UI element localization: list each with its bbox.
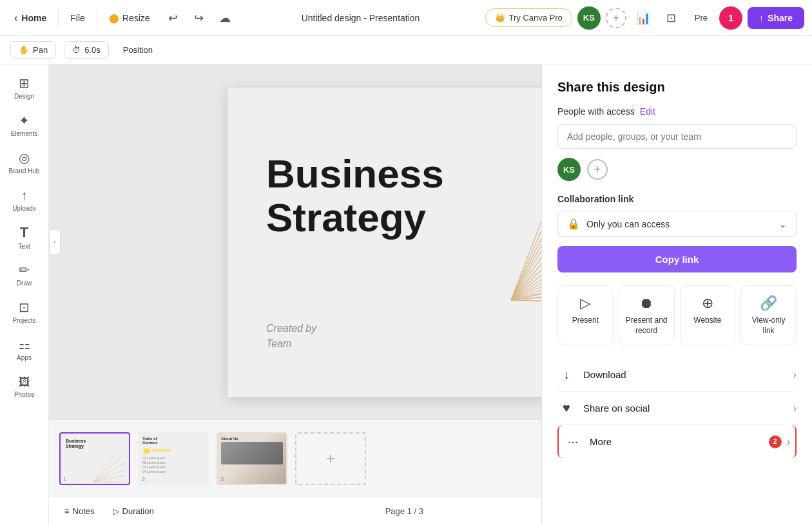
present-record-action-button[interactable]: ⏺ Present and record <box>619 285 675 345</box>
present-record-label: Present and record <box>624 316 669 336</box>
more-list-item[interactable]: ··· More 2 › <box>557 425 797 458</box>
top-bar: ‹ Home File ⬤ Resize ↩ ↪ ☁ Untitled desi… <box>0 0 812 36</box>
sidebar-item-brand-hub[interactable]: ◎ Brand Hub <box>2 144 47 180</box>
notes-icon: ≡ <box>64 506 70 516</box>
present-action-button[interactable]: ▷ Present <box>557 285 614 345</box>
sidebar-item-uploads[interactable]: ↑ Uploads <box>2 182 47 218</box>
slide-title-line1: Business <box>266 152 444 196</box>
analytics-button[interactable]: 📊 <box>632 6 655 30</box>
more-badge: 2 <box>769 435 782 448</box>
user-avatar[interactable]: KS <box>577 6 601 30</box>
crown-icon: 👑 <box>495 13 505 23</box>
thumbnail-1[interactable]: BusinessStrategy 1 <box>59 432 130 485</box>
lock-icon: 🔒 <box>567 218 580 230</box>
projects-icon: ⊡ <box>19 300 30 315</box>
time-label: 6.0s <box>84 45 101 55</box>
copy-link-button[interactable]: Copy link <box>557 246 797 272</box>
slide-title: Business Strategy <box>266 152 444 240</box>
file-button[interactable]: File <box>64 9 92 27</box>
resize-icon: ⬤ <box>109 13 119 23</box>
people-access-row: People with access Edit <box>557 106 797 117</box>
thumb-2-title: Table ofContent <box>142 437 204 444</box>
position-button[interactable]: Position <box>117 42 159 58</box>
sidebar-draw-label: Draw <box>17 280 32 287</box>
topbar-icons: ↩ ↪ ☁ <box>162 6 237 30</box>
sidebar-item-elements[interactable]: ✦ Elements <box>2 107 47 143</box>
more-label: More <box>590 436 612 447</box>
sidebar-item-design[interactable]: ⊞ Design <box>2 70 47 106</box>
redo-button[interactable]: ↪ <box>188 6 211 30</box>
resize-label: Resize <box>122 13 150 23</box>
pan-button[interactable]: ✋ Pan <box>10 41 56 59</box>
chevron-left-icon: ‹ <box>14 12 17 24</box>
present-action-label: Present <box>572 316 599 326</box>
sidebar-item-photos[interactable]: 🖼 Photos <box>2 368 47 405</box>
view-only-link-icon: 🔗 <box>760 295 777 312</box>
collab-option-text: Only you can access <box>586 219 670 229</box>
thumbnail-2[interactable]: Table ofContent 🌟 01 Lorem ipsum02 Lorem… <box>138 432 209 485</box>
sidebar-item-text[interactable]: T Text <box>2 219 47 255</box>
svg-line-19 <box>93 456 122 482</box>
present-button[interactable]: Pre <box>688 9 714 26</box>
view-only-link-button[interactable]: 🔗 View-only link <box>740 285 797 345</box>
sidebar-brand-hub-label: Brand Hub <box>9 167 40 175</box>
uploads-icon: ↑ <box>21 188 28 203</box>
thumbnail-3[interactable]: About Us 3 <box>217 432 287 485</box>
people-input[interactable] <box>557 124 797 149</box>
present-record-icon: ⏺ <box>639 295 653 312</box>
avatar-row: KS + <box>557 158 797 181</box>
sidebar-item-apps[interactable]: ⚏ Apps <box>2 331 47 367</box>
notification-button[interactable]: 1 <box>719 6 742 30</box>
notes-label: Notes <box>73 506 95 516</box>
website-label: Website <box>693 316 721 326</box>
download-icon: ↓ <box>557 367 575 382</box>
svg-line-21 <box>93 469 126 482</box>
website-icon: ⊕ <box>702 295 713 312</box>
topbar-divider-2 <box>97 9 97 27</box>
slide-credit-line1: Created by <box>266 321 316 336</box>
collapse-panel-button[interactable]: ‹ <box>49 229 61 255</box>
canvas-area: Business Strategy Created by Team ‹ Busi… <box>49 64 812 525</box>
share-actions: ▷ Present ⏺ Present and record ⊕ Website… <box>557 285 797 345</box>
thumb-1-title: BusinessStrategy <box>61 434 91 455</box>
website-action-button[interactable]: ⊕ Website <box>680 285 736 345</box>
elements-icon: ✦ <box>19 113 30 128</box>
sidebar-apps-label: Apps <box>17 354 32 361</box>
download-label: Download <box>583 369 626 380</box>
slide-credit-line2: Team <box>266 336 316 352</box>
home-label: Home <box>21 13 46 23</box>
svg-line-20 <box>93 463 126 482</box>
main-layout: ⊞ Design ✦ Elements ◎ Brand Hub ↑ Upload… <box>0 64 812 525</box>
duration-icon: ▷ <box>113 506 119 516</box>
home-button[interactable]: ‹ Home <box>8 8 53 28</box>
preview-button[interactable]: ⊡ <box>660 6 683 30</box>
text-icon: T <box>20 224 28 241</box>
people-label: People with access <box>557 106 635 117</box>
present-action-icon: ▷ <box>580 295 591 312</box>
secondary-bar: ✋ Pan ⏱ 6.0s Position <box>0 36 812 64</box>
design-icon: ⊞ <box>19 75 30 91</box>
add-collaborator-button[interactable]: + <box>606 8 626 28</box>
resize-button[interactable]: ⬤ Resize <box>102 9 157 27</box>
notes-button[interactable]: ≡ Notes <box>59 504 100 519</box>
duration-button[interactable]: ▷ Duration <box>108 504 159 519</box>
try-pro-button[interactable]: 👑 Try Canva Pro <box>485 8 572 27</box>
time-button[interactable]: ⏱ 6.0s <box>64 41 109 59</box>
share-button[interactable]: ↑ Share <box>748 7 804 29</box>
undo-button[interactable]: ↩ <box>162 6 185 30</box>
edit-link[interactable]: Edit <box>640 106 655 117</box>
sidebar-item-draw[interactable]: ✏ Draw <box>2 256 47 292</box>
share-social-list-item[interactable]: ♥ Share on social › <box>557 392 797 425</box>
add-people-button[interactable]: + <box>587 159 608 180</box>
topbar-left: ‹ Home File ⬤ Resize ↩ ↪ ☁ <box>8 6 237 30</box>
thumb-3-title: About Us <box>221 437 283 441</box>
thumb-2-number: 2 <box>142 476 145 482</box>
save-cloud-button[interactable]: ☁ <box>213 6 237 30</box>
collab-dropdown[interactable]: 🔒 Only you can access ⌄ <box>557 211 797 237</box>
sidebar-item-projects[interactable]: ⊡ Projects <box>2 294 47 330</box>
add-slide-button[interactable]: + <box>295 432 366 485</box>
download-list-item[interactable]: ↓ Download › <box>557 358 797 392</box>
sidebar-text-label: Text <box>18 243 30 250</box>
download-list-left: ↓ Download <box>557 367 626 382</box>
bottom-left: ≡ Notes ▷ Duration <box>59 504 159 519</box>
